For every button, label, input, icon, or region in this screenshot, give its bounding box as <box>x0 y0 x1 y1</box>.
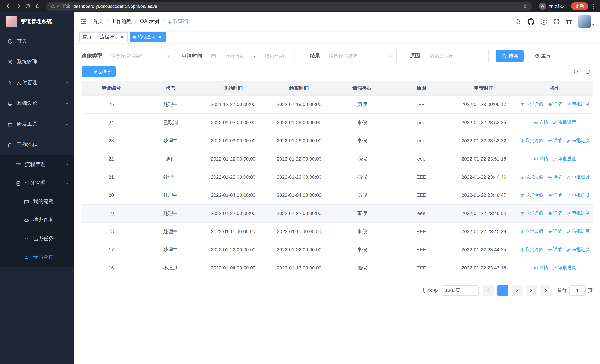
approval-progress-link[interactable]: 审批进度 <box>566 101 590 107</box>
cancel-leave-link[interactable]: 取消请假 <box>520 101 543 107</box>
cell-actions: 取消请假 详情 审批进度 <box>517 95 593 113</box>
result-select[interactable]: 请选择流结果 <box>325 50 396 62</box>
detail-link[interactable]: 详情 <box>548 138 562 144</box>
sidebar-item-done-tasks[interactable]: 已办任务 <box>0 229 74 248</box>
trash-icon <box>520 229 525 234</box>
cell-status: 通过 <box>141 150 200 168</box>
cancel-leave-label: 取消请假 <box>525 192 543 198</box>
sidebar-item-leave-query[interactable]: 请假查询 <box>0 248 74 267</box>
browser-back-button[interactable] <box>4 1 13 11</box>
header-search-button[interactable] <box>515 18 521 25</box>
table-row: 19 处理中 2022-01-22 00:00:00 2022-01-22 00… <box>82 204 593 222</box>
approval-progress-link[interactable]: 审批进度 <box>566 228 590 235</box>
sidebar-item-devtools[interactable]: 研发工具 <box>0 114 74 135</box>
chevron-down-icon <box>65 101 69 105</box>
breadcrumb-item-workflow[interactable]: 工作流程 <box>111 18 132 25</box>
browser-forward-button[interactable] <box>13 1 23 11</box>
detail-link[interactable]: 详情 <box>534 265 548 271</box>
sidebar-toggle-button[interactable] <box>74 12 93 31</box>
breadcrumb-item-home[interactable]: 首页 <box>93 18 103 25</box>
sidebar-item-label: 流程管理 <box>25 161 46 168</box>
leave-type-select[interactable]: 请选择请假类型 <box>107 50 175 62</box>
detail-link[interactable]: 详情 <box>548 246 562 253</box>
search-button[interactable]: 搜索 <box>496 50 524 62</box>
cancel-leave-link[interactable]: 取消请假 <box>520 174 543 180</box>
approval-progress-label: 审批进度 <box>558 156 576 162</box>
page-button[interactable]: 2 <box>511 285 523 296</box>
detail-link[interactable]: 详情 <box>548 210 562 216</box>
sidebar-item-my-process[interactable]: 我的流程 <box>0 192 74 211</box>
chevron-left-icon <box>486 288 490 293</box>
approval-progress-link[interactable]: 审批进度 <box>553 156 576 162</box>
detail-link[interactable]: 详情 <box>534 119 548 126</box>
goto-page-input[interactable] <box>569 285 586 296</box>
cancel-leave-link[interactable]: 取消请假 <box>520 192 543 198</box>
url-text: dashboard.yudao.iocoder.cn/bpm/oa/leave <box>73 3 157 9</box>
close-icon[interactable]: × <box>158 35 162 39</box>
cell-id: 21 <box>82 168 141 186</box>
detail-link[interactable]: 详情 <box>534 156 548 162</box>
page-button[interactable]: 1 <box>497 285 508 296</box>
sidebar-item-todo-tasks[interactable]: 待办任务 <box>0 211 74 229</box>
font-size-button[interactable]: TT <box>566 18 572 25</box>
address-bar[interactable]: 不安全 dashboard.yudao.iocoder.cn/bpm/oa/le… <box>46 2 532 10</box>
approval-progress-link[interactable]: 审批进度 <box>566 192 590 198</box>
page-size-select[interactable]: 10条/页 <box>442 285 479 296</box>
sidebar-item-home[interactable]: 首页 <box>0 31 74 52</box>
breadcrumb-item-oa-example[interactable]: OA 示例 <box>140 18 159 25</box>
reason-input[interactable] <box>426 53 488 59</box>
approval-progress-link[interactable]: 审批进度 <box>566 246 590 253</box>
sidebar-item-system[interactable]: 系统管理 <box>0 52 74 72</box>
prev-page-button[interactable] <box>483 285 494 296</box>
detail-link[interactable]: 详情 <box>548 228 562 235</box>
tab-process-detail[interactable]: 流程详情 × <box>97 32 128 42</box>
sidebar-item-infrastructure[interactable]: 基础设施 <box>0 93 74 114</box>
cancel-leave-link[interactable]: 取消请假 <box>520 210 543 216</box>
apply-time-range-picker[interactable]: 开始日期 - 结束日期 <box>207 50 295 62</box>
plus-icon <box>86 69 91 74</box>
cancel-leave-link[interactable]: 取消请假 <box>520 138 543 144</box>
detail-link[interactable]: 详情 <box>548 174 562 180</box>
reset-button[interactable]: 重置 <box>529 50 556 62</box>
docs-help-button[interactable]: ? <box>541 18 547 25</box>
approval-progress-link[interactable]: 审批进度 <box>553 265 576 271</box>
page-button[interactable]: 3 <box>525 285 537 296</box>
incognito-label: 无痕模式 <box>549 3 567 9</box>
approval-progress-link[interactable]: 审批进度 <box>566 210 590 216</box>
browser-update-button[interactable]: 更新 <box>571 2 588 10</box>
sidebar-item-payment[interactable]: 支付管理 <box>0 72 74 93</box>
approval-progress-link[interactable]: 审批进度 <box>566 174 590 180</box>
next-page-button[interactable] <box>540 285 552 296</box>
detail-link[interactable]: 详情 <box>548 192 562 198</box>
tab-leave-query[interactable]: 请假查询 × <box>130 32 166 42</box>
github-link[interactable] <box>527 18 534 25</box>
pen-icon <box>553 266 557 270</box>
leave-type-label: 请假类型 <box>82 53 102 59</box>
sidebar-item-workflow[interactable]: 工作流程 <box>0 135 74 155</box>
refresh-table-button[interactable] <box>585 69 590 74</box>
create-leave-button[interactable]: 发起请假 <box>82 66 116 77</box>
user-menu[interactable]: ▾ <box>578 15 594 28</box>
cancel-leave-link[interactable]: 取消请假 <box>520 228 543 235</box>
cell-status: 处理中 <box>141 204 200 222</box>
workflow-submenu: 流程管理 任务管理 我的流程 待办任务 <box>0 155 74 267</box>
sidebar-item-label: 首页 <box>17 38 27 45</box>
browser-menu-button[interactable]: ⋮ <box>591 3 595 9</box>
detail-link[interactable]: 详情 <box>548 101 562 107</box>
approval-progress-link[interactable]: 审批进度 <box>553 119 576 126</box>
bookmark-star-button[interactable] <box>523 3 528 9</box>
browser-reload-button[interactable] <box>23 1 33 11</box>
security-indicator[interactable]: 不安全 <box>50 3 70 9</box>
tab-home[interactable]: 首页 <box>79 32 95 42</box>
fullscreen-button[interactable] <box>553 18 559 25</box>
approval-progress-link[interactable]: 审批进度 <box>566 138 590 144</box>
sidebar-item-process-management[interactable]: 流程管理 <box>0 155 74 174</box>
cancel-leave-link[interactable]: 取消请假 <box>520 246 543 253</box>
detail-label: 详情 <box>553 192 562 198</box>
breadcrumb-separator: / <box>135 19 137 24</box>
sidebar-item-task-management[interactable]: 任务管理 <box>0 174 74 192</box>
sidebar-item-label: 我的流程 <box>33 198 54 205</box>
toggle-search-button[interactable] <box>573 69 579 74</box>
browser-home-button[interactable] <box>33 1 42 11</box>
close-icon[interactable]: × <box>120 35 124 39</box>
